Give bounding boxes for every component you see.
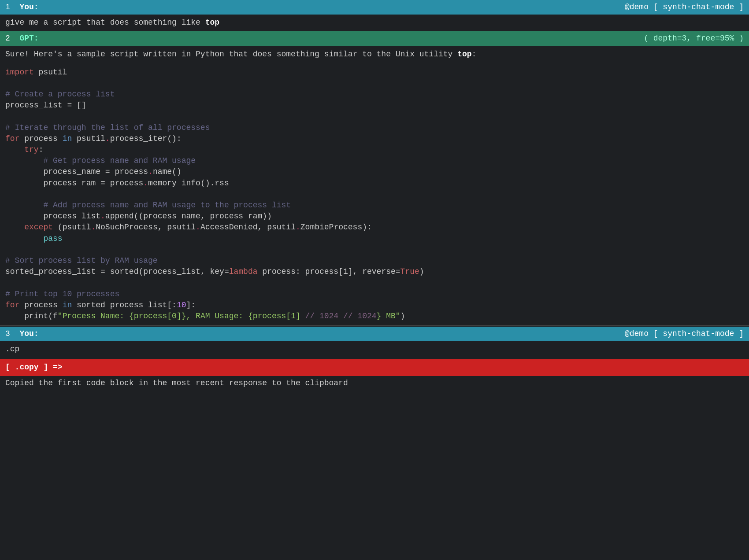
msg2-intro: Sure! Here's a sample script written in … [0,46,749,63]
msg1-number-label: 1 You: [5,2,39,13]
msg1-text: give me a script that does something lik… [5,17,744,28]
code-content: import psutil # Create a process list pr… [5,67,744,322]
msg1-content: give me a script that does something lik… [0,15,749,31]
separator2 [0,325,749,326]
msg1-meta: @demo [ synth-chat-mode ] [625,2,744,13]
msg2-header: 2 GPT: ( depth=3, free=95% ) [0,31,749,46]
cmd-bar: [ .copy ] => [0,359,749,376]
msg3-header: 3 You: @demo [ synth-chat-mode ] [0,327,749,341]
status-bar: Copied the first code block in the most … [0,376,749,391]
code-block: import psutil # Create a process list pr… [0,63,749,325]
msg3-text: .cp [5,344,744,355]
cmd-text: [ .copy ] => [5,363,63,372]
msg1-header: 1 You: @demo [ synth-chat-mode ] [0,0,749,15]
msg3-meta: @demo [ synth-chat-mode ] [625,328,744,339]
msg2-meta: ( depth=3, free=95% ) [644,33,744,44]
msg3-number-label: 3 You: [5,328,39,339]
msg2-number-label: 2 GPT: [5,33,39,44]
status-text: Copied the first code block in the most … [5,379,348,387]
msg3-content: .cp [0,341,749,357]
